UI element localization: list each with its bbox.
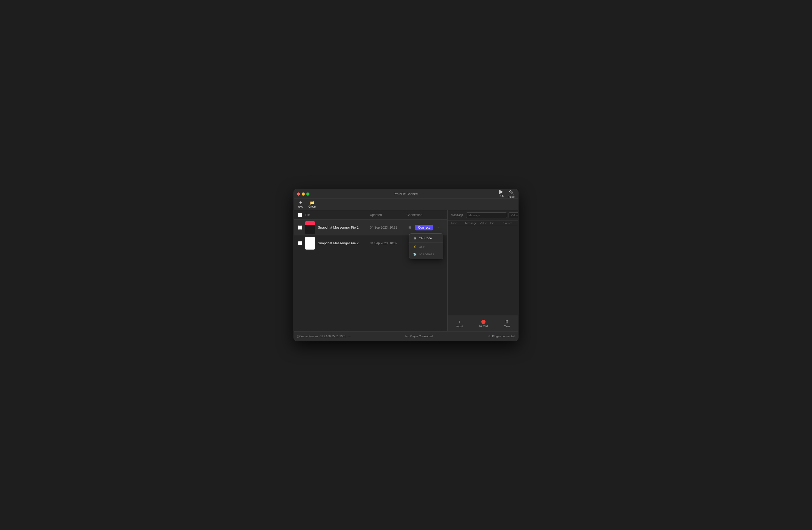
- dropdown-divider-1: [409, 242, 443, 243]
- col-connection-header: Connection: [407, 213, 443, 217]
- thumbnail-image-1: [305, 221, 315, 234]
- ip-address-icon: 📡: [413, 252, 417, 256]
- item-thumbnail-1: [305, 221, 315, 234]
- item-thumbnail-2: [305, 237, 315, 250]
- more-button-1[interactable]: ⋮: [435, 224, 441, 231]
- group-button[interactable]: 📁 Group: [308, 200, 316, 208]
- folder-icon: 📁: [310, 200, 314, 205]
- list-body: Snapchat Messenger Pie 1 04 Sep 2023, 10…: [294, 220, 447, 331]
- minimize-button[interactable]: [302, 193, 305, 196]
- message-label: Message: [451, 213, 464, 217]
- app-title: ProtoPie Connect: [394, 192, 418, 196]
- log-header: Time Message Value Pie Source: [448, 221, 518, 226]
- import-icon: ↓: [458, 319, 460, 324]
- main-content: Pie Updated Connection Snapchat Messenge…: [294, 210, 518, 331]
- status-right: No Plug-in connected: [488, 335, 515, 338]
- dropdown-qrcode-label: QR Code: [419, 236, 432, 240]
- col-updated-header: Updated: [370, 213, 407, 217]
- status-more-button[interactable]: ···: [347, 334, 350, 338]
- traffic-lights: [297, 193, 309, 196]
- item-checkbox-2[interactable]: [298, 241, 302, 245]
- run-label: Run: [499, 195, 504, 197]
- plugin-button[interactable]: 🔌 Plugin: [508, 190, 515, 198]
- user-info: @Joana Pereira - 192.168.35.51:9981: [297, 335, 346, 338]
- action-bar: ↓ Import Record 🗑 Clear: [448, 316, 518, 331]
- status-center: No Player Connected: [350, 335, 488, 338]
- list-item[interactable]: Snapchat Messenger Pie 1 04 Sep 2023, 10…: [294, 220, 447, 235]
- item-checkbox-1[interactable]: [298, 225, 302, 229]
- monitor-icon: 🖥: [407, 224, 413, 231]
- item-date-1: 04 Sep 2023, 10:32: [370, 226, 407, 229]
- dropdown-menu: ⊞ QR Code ⚡ USB 📡 IP Address: [409, 233, 443, 259]
- dropdown-item-ipaddress: 📡 IP Address: [409, 251, 443, 258]
- record-icon: [481, 320, 485, 324]
- status-bar: @Joana Pereira - 192.168.35.51:9981 ··· …: [294, 331, 518, 341]
- plugin-icon: 🔌: [509, 190, 514, 195]
- player-status: No Player Connected: [405, 335, 433, 338]
- new-label: New: [298, 206, 303, 208]
- clear-button[interactable]: 🗑 Clear: [504, 319, 510, 328]
- log-col-value: Value: [480, 222, 490, 225]
- item-name-1: Snapchat Messenger Pie 1: [318, 225, 370, 229]
- maximize-button[interactable]: [306, 193, 309, 196]
- plus-icon: +: [299, 200, 302, 205]
- status-left: @Joana Pereira - 192.168.35.51:9981 ···: [297, 334, 350, 338]
- log-col-source: Source: [503, 222, 515, 225]
- col-pie-header: Pie: [305, 213, 370, 217]
- log-col-message: Message: [465, 222, 480, 225]
- plugin-label: Plugin: [508, 195, 515, 198]
- import-button[interactable]: ↓ Import: [456, 319, 463, 328]
- record-button[interactable]: Record: [479, 320, 488, 327]
- usb-icon: ⚡: [413, 245, 417, 249]
- item-date-2: 04 Sep 2023, 10:32: [370, 241, 407, 245]
- dropdown-ipaddress-label: IP Address: [419, 252, 434, 256]
- record-label: Record: [479, 325, 488, 327]
- plugin-status: No Plug-in connected: [488, 335, 515, 338]
- log-col-pie: Pie: [490, 222, 503, 225]
- clear-label: Clear: [504, 325, 510, 328]
- run-icon: [499, 190, 503, 194]
- new-button[interactable]: + New: [298, 200, 303, 208]
- message-input[interactable]: [466, 212, 507, 218]
- log-body: [448, 226, 518, 316]
- item-name-2: Snapchat Messenger Pie 2: [318, 241, 370, 245]
- import-label: Import: [456, 325, 463, 328]
- connect-button-1[interactable]: Connect: [415, 225, 433, 231]
- toolbar: + New 📁 Group: [294, 199, 518, 210]
- run-button[interactable]: Run: [499, 190, 504, 198]
- dropdown-usb-label: USB: [419, 245, 425, 249]
- dropdown-item-usb: ⚡ USB: [409, 243, 443, 251]
- value-input[interactable]: [509, 212, 518, 218]
- select-all-checkbox[interactable]: [298, 213, 302, 217]
- message-header: Message Send: [448, 210, 518, 221]
- title-bar-actions: Run 🔌 Plugin: [499, 190, 515, 198]
- pie-list: Pie Updated Connection Snapchat Messenge…: [294, 210, 448, 331]
- group-label: Group: [308, 205, 316, 208]
- message-panel: Message Send Time Message Value Pie Sour…: [448, 210, 518, 331]
- close-button[interactable]: [297, 193, 300, 196]
- title-bar: ProtoPie Connect Run 🔌 Plugin: [294, 189, 518, 199]
- dropdown-item-qrcode[interactable]: ⊞ QR Code: [409, 235, 443, 242]
- clear-icon: 🗑: [505, 319, 509, 324]
- log-col-time: Time: [451, 222, 465, 225]
- thumbnail-image-2: [305, 237, 315, 250]
- item-actions-1: 🖥 Connect ⋮ ⊞ QR Code ⚡ U: [407, 224, 443, 231]
- qr-code-icon: ⊞: [413, 236, 417, 240]
- list-header: Pie Updated Connection: [294, 210, 447, 220]
